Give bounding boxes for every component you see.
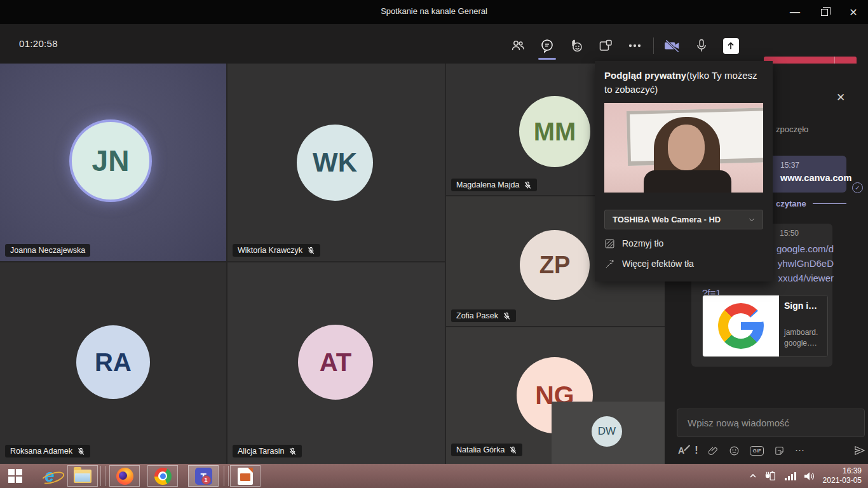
start-button[interactable] (0, 465, 31, 487)
close-button[interactable]: ✕ (839, 0, 868, 24)
mic-off-icon (77, 447, 85, 456)
attach-icon[interactable] (708, 445, 719, 456)
more-options-button[interactable] (620, 34, 649, 57)
video-tile-dw[interactable]: DW (552, 402, 665, 464)
format-icon[interactable]: A (678, 445, 684, 456)
title-bar: Spotkanie na kanale General — ✕ (0, 0, 868, 24)
minimize-button[interactable]: — (780, 0, 810, 24)
message-input[interactable] (677, 409, 865, 437)
participant-name-label: Zofia Pasek (451, 309, 516, 322)
teams-icon: T 1 (195, 468, 212, 485)
chevron-down-icon (747, 215, 756, 224)
mic-off-icon (288, 447, 297, 456)
reactions-icon (569, 38, 584, 53)
video-tile-wiktoria[interactable]: WK Wiktoria Krawczyk (227, 64, 445, 261)
tray-date: 2021-03-05 (823, 476, 862, 485)
share-screen-button[interactable] (716, 34, 745, 57)
taskbar-window-stack-divider (224, 466, 229, 486)
mic-off-icon (503, 312, 511, 320)
camera-device-value: TOSHIBA Web Camera - HD (605, 215, 747, 224)
camera-off-icon (664, 37, 681, 54)
chat-button[interactable] (532, 34, 562, 57)
taskbar-firefox[interactable] (109, 465, 140, 487)
participants-icon (510, 38, 526, 53)
impress-icon (238, 468, 253, 485)
toolbar-divider (653, 37, 654, 54)
camera-device-select[interactable]: TOSHIBA Web Camera - HD (604, 210, 763, 229)
window-title: Spotkanie na kanale General (0, 6, 868, 16)
meeting-toolbar: 01:20:58 (0, 24, 868, 64)
taskbar-clock[interactable]: 16:39 2021-03-05 (823, 466, 862, 485)
blur-background-item[interactable]: Rozmyj tło (604, 235, 763, 252)
tray-time: 16:39 (823, 466, 862, 476)
microphone-button[interactable] (687, 34, 716, 57)
internet-explorer-icon: e (44, 468, 54, 484)
chrome-icon (154, 468, 172, 485)
microphone-icon (694, 38, 709, 53)
power-battery-icon[interactable] (764, 471, 777, 481)
link-preview-card[interactable]: Sign i… jamboard. google…. (702, 295, 828, 357)
volume-icon[interactable] (804, 471, 815, 481)
participants-button[interactable] (503, 34, 532, 57)
taskbar-impress[interactable] (230, 465, 261, 487)
network-signal-icon[interactable] (785, 471, 796, 480)
priority-icon[interactable]: ! (695, 445, 698, 456)
camera-toggle-button[interactable] (658, 34, 687, 57)
sticker-icon[interactable] (774, 445, 785, 456)
popup-title: Podgląd prywatny(tylko Ty możesz to zoba… (604, 69, 764, 97)
blur-background-icon (604, 238, 615, 249)
teams-meeting-window: Spotkanie na kanale General — ✕ 01:20:58 (0, 0, 868, 488)
taskbar-window-stack-divider (100, 466, 105, 486)
read-divider: czytane (776, 199, 846, 208)
taskbar-teams[interactable]: T 1 (188, 465, 219, 487)
message-link[interactable]: www.canva.com (780, 173, 840, 183)
google-g-icon (718, 303, 764, 349)
video-tile-alicja[interactable]: AT Alicja Tarasin (227, 262, 445, 464)
video-tile-roksana[interactable]: RA Roksana Adamek (0, 262, 226, 464)
file-explorer-icon (74, 470, 92, 483)
restore-button[interactable] (810, 0, 839, 24)
magic-wand-icon (604, 259, 615, 269)
windows-logo-icon (8, 469, 22, 483)
avatar: ZP (520, 230, 590, 300)
participant-name-label: Alicja Tarasin (233, 445, 302, 458)
tray-expand-icon[interactable] (749, 473, 757, 479)
system-message-fragment: zpoczęło (776, 125, 808, 134)
firefox-icon (116, 468, 133, 485)
background-effects-item[interactable]: Więcej efektów tła (604, 255, 763, 272)
avatar: RA (76, 325, 150, 399)
restore-icon (821, 9, 828, 16)
participant-name-label: Roksana Adamek (5, 445, 90, 458)
taskbar-internet-explorer[interactable]: e (34, 465, 65, 487)
participant-name-label: Natalia Górka (451, 444, 522, 456)
reactions-button[interactable] (562, 34, 591, 57)
link-preview-domain: jamboard. google…. (784, 327, 822, 349)
background-effects-label: Więcej efektów tła (622, 259, 694, 269)
video-tile-joanna[interactable]: JN Joanna Neczajewska (0, 64, 226, 261)
emoji-icon[interactable] (729, 445, 740, 456)
link-preview-title: Sign i… (784, 301, 822, 311)
chat-close-button[interactable]: ✕ (832, 89, 849, 105)
chat-icon (539, 38, 555, 53)
taskbar-chrome[interactable] (147, 465, 178, 487)
camera-preview-image (604, 103, 763, 193)
active-tab-underline (538, 58, 556, 60)
mic-off-icon (307, 247, 315, 255)
notification-badge: 1 (201, 475, 211, 485)
camera-preview-popup: Podgląd prywatny(tylko Ty możesz to zoba… (595, 61, 773, 281)
avatar: MM (519, 96, 590, 167)
participant-name-label: Joanna Neczajewska (5, 244, 90, 257)
mic-off-icon (509, 446, 517, 454)
send-icon[interactable] (853, 444, 866, 457)
compose-more-icon[interactable]: ⋯ (795, 445, 805, 456)
breakout-rooms-button[interactable] (591, 34, 620, 57)
participant-name-label: Magdalena Majda (451, 179, 537, 191)
google-logo (703, 295, 779, 356)
gif-icon[interactable]: GIF (750, 446, 763, 456)
blur-background-label: Rozmyj tło (622, 238, 663, 248)
taskbar-file-explorer[interactable] (67, 465, 98, 487)
read-divider-line (813, 203, 846, 205)
avatar: JN (69, 119, 152, 202)
participant-name-label: Wiktoria Krawczyk (233, 244, 320, 257)
compose-toolbar: A ! GIF ⋯ (678, 443, 866, 458)
